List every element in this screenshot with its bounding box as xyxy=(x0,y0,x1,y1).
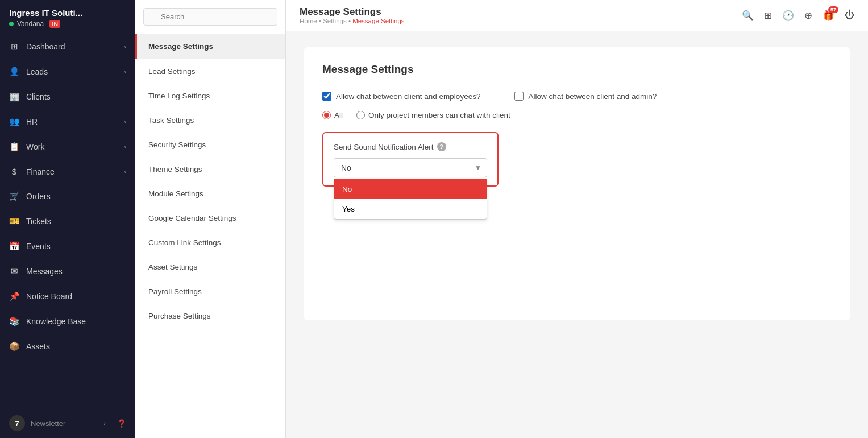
content-area: Message Settings Allow chat between clie… xyxy=(286,31,868,438)
radio-project-input[interactable] xyxy=(356,111,365,119)
grid-icon[interactable]: ⊞ xyxy=(764,10,772,22)
sidebar-item-label: Work xyxy=(26,142,44,151)
power-icon[interactable]: ⏻ xyxy=(845,10,854,21)
radio-all-label[interactable]: All xyxy=(322,111,343,119)
allow-chat-client-employees-checkbox[interactable] xyxy=(322,92,331,101)
chevron-icon: › xyxy=(124,43,126,50)
chevron-icon: › xyxy=(124,118,126,125)
dropdown-option-no[interactable]: No xyxy=(334,179,487,199)
tickets-icon: 🎫 xyxy=(9,216,19,226)
breadcrumb-current: Message Settings xyxy=(352,18,404,24)
sidebar-header: Ingress IT Soluti... Vandana IN xyxy=(0,0,135,34)
sub-menu-item-time-log-settings[interactable]: Time Log Settings xyxy=(135,84,285,108)
sidebar-user: Vandana IN xyxy=(9,20,126,28)
sub-menu-item-theme-settings[interactable]: Theme Settings xyxy=(135,157,285,181)
company-name: Ingress IT Soluti... xyxy=(9,8,126,18)
main-content: Message Settings Home • Settings • Messa… xyxy=(286,0,868,438)
sub-menu-item-message-settings[interactable]: Message Settings xyxy=(135,34,285,59)
breadcrumb-home: Home xyxy=(300,18,317,24)
search-wrap: 🔍 xyxy=(143,8,277,26)
radio-project-label[interactable]: Only project members can chat with clien… xyxy=(356,111,510,119)
topbar: Message Settings Home • Settings • Messa… xyxy=(286,0,868,31)
sound-notification-select[interactable]: No Yes xyxy=(334,158,487,177)
sidebar-item-clients[interactable]: 🏢Clients xyxy=(0,84,135,109)
topbar-right: 🔍 ⊞ 🕐 ⊕ 🎁 57 ⏻ xyxy=(742,10,854,22)
dropdown-option-yes[interactable]: Yes xyxy=(334,199,487,219)
sub-menu-item-google-calendar-settings[interactable]: Google Calendar Settings xyxy=(135,206,285,230)
leads-icon: 👤 xyxy=(9,67,19,77)
help-icon[interactable]: ? xyxy=(437,142,446,151)
sound-notification-label: Send Sound Notification Alert ? xyxy=(334,142,487,151)
sidebar-item-label: Notice Board xyxy=(26,292,72,301)
allow-chat-employees-text: Allow chat between client and employees? xyxy=(336,92,480,101)
username: Vandana xyxy=(17,20,44,28)
sidebar-item-label: Clients xyxy=(26,92,51,101)
topbar-left: Message Settings Home • Settings • Messa… xyxy=(300,6,405,24)
sidebar-item-label: Knowledge Base xyxy=(26,317,86,326)
assets-icon: 📦 xyxy=(9,341,19,352)
allow-chat-client-admin-label[interactable]: Allow chat between client and admin? xyxy=(514,92,657,101)
settings-card: Message Settings Allow chat between clie… xyxy=(304,47,850,320)
sidebar-item-notice-board[interactable]: 📌Notice Board xyxy=(0,284,135,309)
sidebar-item-events[interactable]: 📅Events xyxy=(0,234,135,259)
sidebar-item-dashboard[interactable]: ⊞Dashboard › xyxy=(0,34,135,59)
sidebar: Ingress IT Soluti... Vandana IN ⊞Dashboa… xyxy=(0,0,135,438)
search-input[interactable] xyxy=(143,8,277,26)
allow-chat-client-admin-checkbox[interactable] xyxy=(514,92,524,101)
footer-badge: 7 xyxy=(9,415,25,431)
user-status-dot xyxy=(9,22,14,26)
chevron-icon: › xyxy=(124,168,126,175)
sub-search-box: 🔍 xyxy=(135,0,285,34)
notice-board-icon: 📌 xyxy=(9,291,19,301)
search-icon[interactable]: 🔍 xyxy=(742,10,754,22)
sub-menu-item-lead-settings[interactable]: Lead Settings xyxy=(135,59,285,84)
sidebar-item-label: HR xyxy=(26,117,38,126)
sidebar-item-leads[interactable]: 👤Leads › xyxy=(0,59,135,84)
work-icon: 📋 xyxy=(9,142,19,152)
events-icon: 📅 xyxy=(9,241,19,251)
finance-icon: $ xyxy=(9,167,19,176)
knowledge-base-icon: 📚 xyxy=(9,316,19,327)
clients-icon: 🏢 xyxy=(9,92,19,102)
sidebar-item-hr[interactable]: 👥HR › xyxy=(0,109,135,134)
sidebar-item-knowledge-base[interactable]: 📚Knowledge Base xyxy=(0,309,135,334)
sub-menu-item-purchase-settings[interactable]: Purchase Settings xyxy=(135,304,285,328)
allow-chat-row: Allow chat between client and employees?… xyxy=(322,92,832,101)
sidebar-item-label: Leads xyxy=(26,67,48,76)
plus-icon[interactable]: ⊕ xyxy=(804,10,812,22)
breadcrumb: Home • Settings • Message Settings xyxy=(300,18,405,24)
settings-card-title: Message Settings xyxy=(322,63,832,76)
sidebar-item-tickets[interactable]: 🎫Tickets xyxy=(0,209,135,234)
sub-menu-item-asset-settings[interactable]: Asset Settings xyxy=(135,255,285,279)
notification-badge: 57 xyxy=(828,6,838,13)
radio-row: All Only project members can chat with c… xyxy=(322,111,832,119)
sidebar-item-work[interactable]: 📋Work › xyxy=(0,134,135,159)
allow-chat-client-employees-label[interactable]: Allow chat between client and employees? xyxy=(322,92,480,101)
sidebar-item-messages[interactable]: ✉Messages xyxy=(0,259,135,284)
clock-icon[interactable]: 🕐 xyxy=(782,10,794,22)
sidebar-item-assets[interactable]: 📦Assets xyxy=(0,334,135,359)
sidebar-item-label: Orders xyxy=(26,192,51,201)
sub-menu-item-module-settings[interactable]: Module Settings xyxy=(135,181,285,206)
radio-all-input[interactable] xyxy=(322,111,331,119)
sidebar-footer: 7 Newsletter › ❓ xyxy=(0,408,135,438)
sidebar-item-finance[interactable]: $Finance › xyxy=(0,159,135,184)
sub-menu-item-payroll-settings[interactable]: Payroll Settings xyxy=(135,279,285,304)
sidebar-item-orders[interactable]: 🛒Orders xyxy=(0,184,135,209)
sub-menu-item-task-settings[interactable]: Task Settings xyxy=(135,108,285,133)
messages-icon: ✉ xyxy=(9,266,19,276)
notification-wrap: 🎁 57 xyxy=(823,10,834,22)
sub-menu-item-security-settings[interactable]: Security Settings xyxy=(135,133,285,157)
help-icon[interactable]: ❓ xyxy=(117,419,126,428)
sidebar-nav: ⊞Dashboard › 👤Leads › 🏢Clients 👥HR › 📋Wo… xyxy=(0,34,135,408)
sound-select-wrap: No Yes ▼ No Yes xyxy=(334,158,487,177)
chevron-icon: › xyxy=(103,420,106,427)
sidebar-item-label: Finance xyxy=(26,167,55,176)
sub-menu-item-custom-link-settings[interactable]: Custom Link Settings xyxy=(135,230,285,255)
radio-project-text: Only project members can chat with clien… xyxy=(368,111,510,119)
sidebar-item-label: Messages xyxy=(26,267,63,276)
newsletter-label: Newsletter xyxy=(31,419,65,428)
page-title: Message Settings xyxy=(300,6,405,18)
orders-icon: 🛒 xyxy=(9,191,19,201)
chevron-icon: › xyxy=(124,68,126,75)
